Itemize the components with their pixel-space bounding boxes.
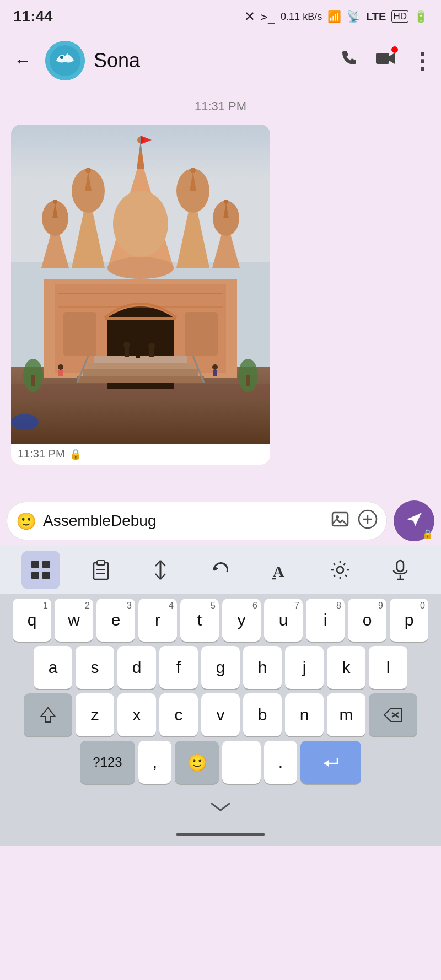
- key-g[interactable]: g: [201, 646, 240, 689]
- svg-rect-54: [31, 375, 35, 386]
- key-o[interactable]: 9o: [348, 599, 386, 642]
- key-n[interactable]: n: [285, 693, 324, 736]
- svg-point-11: [113, 191, 168, 257]
- video-call-button[interactable]: [375, 49, 396, 73]
- send-icon: [405, 510, 423, 532]
- temple-image: [11, 125, 270, 444]
- key-f[interactable]: f: [159, 646, 198, 689]
- keyboard-font-button[interactable]: A: [261, 551, 300, 589]
- key-m[interactable]: m: [327, 693, 365, 736]
- key-j[interactable]: j: [285, 646, 324, 689]
- more-options-button[interactable]: ⋮: [411, 48, 432, 73]
- svg-rect-56: [246, 375, 250, 386]
- attach-image-button[interactable]: [331, 509, 351, 533]
- wifi-icon: 📡: [347, 10, 361, 23]
- svg-rect-81: [397, 561, 404, 572]
- chat-timestamp: 11:31 PM: [11, 99, 430, 114]
- svg-point-29: [224, 200, 228, 204]
- svg-rect-37: [83, 369, 198, 376]
- emoji-button[interactable]: 🙂: [16, 511, 36, 531]
- keyboard-settings-button[interactable]: [321, 551, 359, 589]
- keyboard-cursor-button[interactable]: [141, 551, 180, 589]
- battery-icon: 🔋: [414, 10, 428, 23]
- key-a[interactable]: a: [34, 646, 72, 689]
- svg-rect-50: [213, 370, 217, 376]
- key-t[interactable]: 5t: [180, 599, 219, 642]
- svg-rect-44: [136, 351, 140, 358]
- keyboard-undo-button[interactable]: [201, 551, 240, 589]
- lte-icon: LTE: [366, 10, 386, 23]
- send-lock-icon: 🔒: [422, 529, 433, 539]
- key-comma[interactable]: ,: [138, 741, 171, 784]
- network-icon: 📶: [327, 10, 341, 23]
- svg-rect-46: [149, 349, 154, 357]
- shift-key[interactable]: [24, 693, 72, 736]
- keyboard-clipboard-button[interactable]: [82, 551, 120, 589]
- svg-point-45: [148, 343, 155, 349]
- keyboard-grid-button[interactable]: [21, 551, 60, 589]
- key-h[interactable]: h: [243, 646, 282, 689]
- keyboard-bottom-row: ?123 , 🙂 .: [2, 741, 439, 784]
- svg-marker-87: [324, 760, 329, 767]
- svg-rect-66: [42, 561, 50, 568]
- svg-rect-57: [58, 293, 223, 294]
- keyboard-row-3: z x c v b n m: [2, 693, 439, 736]
- key-period[interactable]: .: [264, 741, 297, 784]
- avatar[interactable]: [45, 41, 85, 80]
- svg-rect-36: [88, 363, 193, 369]
- svg-rect-3: [376, 53, 389, 64]
- key-k[interactable]: k: [327, 646, 365, 689]
- key-e[interactable]: 3e: [96, 599, 135, 642]
- svg-rect-48: [58, 370, 63, 376]
- key-x[interactable]: x: [117, 693, 156, 736]
- svg-marker-78: [214, 566, 218, 571]
- message-input[interactable]: [43, 512, 325, 530]
- num-switch-key[interactable]: ?123: [80, 741, 135, 784]
- key-v[interactable]: v: [201, 693, 240, 736]
- key-w[interactable]: 2w: [55, 599, 93, 642]
- svg-rect-68: [42, 572, 50, 579]
- svg-rect-58: [58, 306, 223, 308]
- contact-name[interactable]: Sona: [94, 49, 331, 72]
- svg-rect-42: [125, 348, 129, 357]
- keyboard-row-1: 1q 2w 3e 4r 5t 6y 7u 8i 9o 0p: [2, 599, 439, 642]
- svg-rect-32: [105, 317, 176, 320]
- lock-icon: 🔒: [69, 448, 82, 460]
- backspace-key[interactable]: [369, 693, 417, 736]
- svg-marker-84: [41, 708, 55, 722]
- back-button[interactable]: ←: [9, 47, 36, 74]
- svg-point-41: [123, 342, 130, 348]
- keyboard-toolbar: A: [0, 546, 441, 594]
- keyboard-dismiss-area[interactable]: [0, 790, 441, 823]
- key-c[interactable]: c: [159, 693, 198, 736]
- home-indicator-bar: [0, 823, 441, 846]
- status-icons: ✕ >_ 0.11 kB/s 📶 📡 LTE HD 🔋: [244, 9, 428, 24]
- key-y[interactable]: 6y: [222, 599, 261, 642]
- key-z[interactable]: z: [76, 693, 114, 736]
- app-header: ← Sona ⋮: [0, 33, 441, 88]
- svg-text:A: A: [273, 563, 284, 580]
- emoji-key-icon: 🙂: [187, 753, 207, 772]
- key-u[interactable]: 7u: [264, 599, 303, 642]
- signal-text: 0.11 kB/s: [281, 11, 322, 23]
- call-button[interactable]: [340, 49, 359, 73]
- send-button[interactable]: 🔒: [394, 500, 434, 541]
- message-time: 11:31 PM: [18, 448, 65, 460]
- key-r[interactable]: 4r: [138, 599, 177, 642]
- key-d[interactable]: d: [117, 646, 156, 689]
- enter-key[interactable]: [300, 741, 361, 784]
- message-image-bubble[interactable]: 11:31 PM 🔒: [11, 125, 270, 465]
- key-q[interactable]: 1q: [13, 599, 51, 642]
- input-container: 🙂: [7, 502, 387, 540]
- space-key[interactable]: [222, 741, 261, 784]
- emoji-key[interactable]: 🙂: [175, 741, 219, 784]
- key-p[interactable]: 0p: [390, 599, 428, 642]
- add-attachment-button[interactable]: [358, 509, 378, 533]
- message-time-row: 11:31 PM 🔒: [11, 444, 270, 465]
- keyboard-mic-button[interactable]: [381, 551, 420, 589]
- key-l[interactable]: l: [369, 646, 407, 689]
- key-b[interactable]: b: [243, 693, 282, 736]
- avatar-image: [45, 41, 85, 80]
- key-i[interactable]: 8i: [306, 599, 345, 642]
- key-s[interactable]: s: [76, 646, 114, 689]
